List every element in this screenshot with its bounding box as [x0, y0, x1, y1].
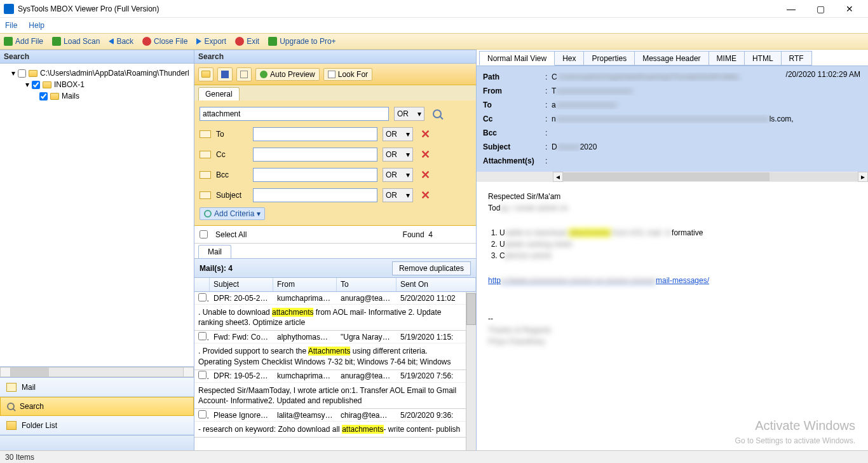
- label-subject: Subject: [216, 191, 248, 200]
- bcc-operator[interactable]: OR▾: [383, 168, 413, 182]
- meta-horizontal-scrollbar[interactable]: ◂ ▸: [477, 172, 868, 182]
- windows-watermark: Activate Windows Go to Settings to activ…: [735, 416, 855, 446]
- close-file-button[interactable]: Close File: [142, 37, 187, 46]
- magnifier-icon: [433, 109, 442, 118]
- subject-input[interactable]: [253, 188, 377, 202]
- col-subject[interactable]: Subject: [210, 278, 273, 291]
- auto-preview-button[interactable]: Auto Preview: [255, 68, 320, 81]
- body-link[interactable]: https://www.xxxxxxxxxx-xxxxxx-xx-xxxxxx-…: [488, 276, 709, 285]
- select-all-checkbox[interactable]: [200, 230, 208, 238]
- tree-inbox[interactable]: ▾ INBOX-1: [3, 79, 191, 90]
- nav-mail[interactable]: Mail: [0, 378, 194, 397]
- mails-count: Mail(s): 4: [200, 264, 233, 273]
- tree-root[interactable]: ▾ C:\Users\admin\AppData\Roaming\Thunder…: [3, 67, 191, 79]
- envelope-icon: [200, 151, 211, 158]
- subject-operator[interactable]: OR▾: [383, 188, 413, 202]
- folder-list-icon: [6, 421, 17, 430]
- table-row[interactable]: DPR: 20-05-2020kumchapriman@...anurag@te…: [194, 292, 466, 305]
- results-header: Subject From To Sent On: [194, 278, 476, 292]
- row-snippet: . Unable to download attachments from AO…: [194, 305, 466, 331]
- open-search-button[interactable]: [198, 67, 214, 81]
- row-checkbox[interactable]: [198, 293, 207, 301]
- to-input[interactable]: [253, 127, 377, 141]
- tree-root-checkbox[interactable]: [18, 69, 26, 78]
- search-toolbar: Auto Preview Look For: [194, 64, 476, 85]
- tree-horizontal-scrollbar[interactable]: [0, 367, 194, 377]
- exit-button[interactable]: Exit: [235, 37, 259, 46]
- tab-general[interactable]: General: [198, 87, 240, 100]
- search-main-input[interactable]: [200, 107, 389, 121]
- exit-icon: [235, 37, 244, 46]
- tree-mails-checkbox[interactable]: [39, 92, 48, 100]
- body-greeting: Respected Sir/Ma'am: [488, 191, 857, 202]
- row-checkbox[interactable]: [198, 371, 207, 379]
- add-file-button[interactable]: Add File: [4, 37, 43, 46]
- clear-search-button[interactable]: [236, 67, 252, 81]
- minimize-button[interactable]: —: [776, 0, 806, 18]
- plus-icon: [4, 37, 13, 46]
- tab-message-header[interactable]: Message Header: [634, 51, 709, 66]
- tab-hex[interactable]: Hex: [554, 51, 584, 66]
- close-window-button[interactable]: ✕: [835, 0, 864, 18]
- preview-panel: Normal Mail View Hex Properties Message …: [477, 50, 868, 450]
- add-criteria-button[interactable]: Add Criteria▾: [200, 207, 265, 220]
- bcc-input[interactable]: [253, 168, 377, 182]
- folder-tree[interactable]: ▾ C:\Users\admin\AppData\Roaming\Thunder…: [0, 64, 194, 367]
- export-button[interactable]: Export: [196, 37, 226, 46]
- found-bar: Select All Found 4: [194, 226, 476, 244]
- load-icon: [52, 37, 61, 46]
- found-count: 4: [428, 230, 433, 239]
- table-row[interactable]: DPR: 19-05-2020kumchapriman@...anurag@te…: [194, 370, 466, 383]
- back-button[interactable]: Back: [109, 37, 133, 46]
- menu-bar: File Help: [0, 18, 868, 33]
- row-checkbox[interactable]: [198, 410, 207, 418]
- cc-input[interactable]: [253, 148, 377, 162]
- cc-operator[interactable]: OR▾: [383, 148, 413, 162]
- results-body: DPR: 20-05-2020kumchapriman@...anurag@te…: [194, 292, 476, 450]
- look-for-icon: [328, 71, 336, 78]
- envelope-icon: [200, 191, 211, 199]
- col-sent[interactable]: Sent On: [397, 278, 476, 291]
- envelope-icon: [200, 130, 211, 138]
- remove-duplicates-button[interactable]: Remove duplicates: [392, 261, 471, 275]
- tab-mime[interactable]: MIME: [709, 51, 745, 66]
- left-nav: Mail Search Folder List: [0, 377, 194, 435]
- load-scan-button[interactable]: Load Scan: [52, 37, 100, 46]
- menu-help[interactable]: Help: [29, 21, 44, 30]
- remove-bcc-button[interactable]: ✕: [418, 168, 433, 182]
- look-for-button[interactable]: Look For: [323, 68, 372, 81]
- remove-subject-button[interactable]: ✕: [418, 188, 433, 202]
- window-title: SysTools MBOX Viewer Pro (Full Version): [18, 4, 776, 13]
- maximize-button[interactable]: ▢: [806, 0, 835, 18]
- table-row[interactable]: Fwd: Fwd: Congr...alphythomas@te..."Ugra…: [194, 331, 466, 343]
- auto-preview-icon: [260, 71, 268, 78]
- col-to[interactable]: To: [337, 278, 397, 291]
- tab-mail[interactable]: Mail: [198, 245, 231, 258]
- clear-icon: [240, 71, 248, 78]
- tree-inbox-checkbox[interactable]: [32, 81, 40, 89]
- save-search-button[interactable]: [217, 67, 233, 81]
- to-operator[interactable]: OR▾: [383, 127, 413, 141]
- export-icon: [196, 38, 201, 45]
- nav-folder-list[interactable]: Folder List: [0, 416, 194, 435]
- back-arrow-icon: [109, 38, 114, 45]
- message-metadata: /20/2020 11:02:29 AM Path:C:\Users\admin…: [477, 66, 868, 172]
- operator-select[interactable]: OR▾: [394, 107, 424, 121]
- tree-mails[interactable]: Mails: [3, 90, 191, 102]
- results-vertical-scrollbar[interactable]: [466, 292, 476, 450]
- tab-rtf[interactable]: RTF: [781, 51, 812, 66]
- menu-file[interactable]: File: [5, 21, 17, 30]
- tab-html[interactable]: HTML: [744, 51, 782, 66]
- row-checkbox[interactable]: [198, 332, 207, 340]
- col-from[interactable]: From: [273, 278, 337, 291]
- search-icon: [7, 403, 15, 410]
- run-search-button[interactable]: [430, 106, 445, 121]
- tab-properties[interactable]: Properties: [583, 51, 635, 66]
- remove-cc-button[interactable]: ✕: [418, 148, 433, 162]
- search-tabs: General: [194, 85, 476, 100]
- remove-to-button[interactable]: ✕: [418, 127, 433, 141]
- nav-search[interactable]: Search: [0, 397, 194, 416]
- tab-normal-view[interactable]: Normal Mail View: [479, 51, 555, 66]
- upgrade-button[interactable]: Upgrade to Pro+: [268, 37, 336, 46]
- table-row[interactable]: Please Ignore Pr...lalita@teamsysto...ch…: [194, 409, 466, 422]
